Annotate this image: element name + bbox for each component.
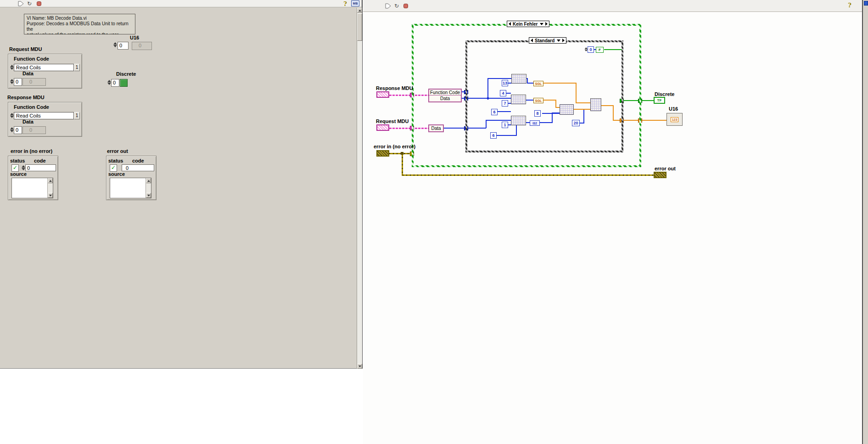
abort-button[interactable] <box>37 1 41 6</box>
unbundle-request-node[interactable]: Data <box>428 124 444 132</box>
constant-6[interactable]: 6 <box>491 109 498 115</box>
scroll-up-button[interactable] <box>357 8 362 13</box>
request-mdu-label: Request MDU <box>9 46 42 52</box>
scroll-down-button[interactable] <box>357 364 362 369</box>
discrete-index-field[interactable]: 0 <box>111 79 119 87</box>
discrete-index-stepper[interactable] <box>107 79 111 85</box>
data-label: Data <box>22 71 34 76</box>
scroll-up-button[interactable] <box>146 178 151 183</box>
front-panel-window: ↻ ? MB VI Name: MB Decode Data.vi Purpos… <box>0 0 363 369</box>
index-array-node[interactable] <box>511 74 526 84</box>
source-field[interactable] <box>11 178 53 198</box>
status-checkbox[interactable]: ✓ <box>11 164 19 172</box>
constant-8[interactable]: 8 <box>534 110 541 117</box>
scrollbar-thumb[interactable] <box>357 13 362 41</box>
request-mdu-terminal-label: Request MDU <box>376 118 409 124</box>
error-out-terminal[interactable] <box>654 172 666 178</box>
unbundle-response-node[interactable]: Function Code Data <box>428 89 462 102</box>
arrow-up-icon <box>49 180 52 182</box>
status-checkbox[interactable]: ✓ <box>110 164 117 172</box>
chevron-down-icon[interactable] <box>540 23 543 25</box>
case-next-icon[interactable] <box>545 22 548 26</box>
response-mdu-terminal[interactable] <box>376 91 389 98</box>
discrete-indicator-label: Discrete <box>655 91 674 97</box>
constant-7[interactable]: 7 <box>502 100 508 107</box>
data-element-field: 0 <box>22 126 46 134</box>
function-code-num-box: 1 <box>74 112 80 119</box>
vi-description-tooltip: VI Name: MB Decode Data.vi Purpose: Deco… <box>24 14 135 34</box>
constant-6[interactable]: 6 <box>490 132 497 139</box>
data-index-field[interactable]: 0 <box>14 126 22 134</box>
to-sgl-node[interactable]: SGL <box>533 98 543 103</box>
panel-vertical-scrollbar[interactable] <box>357 8 362 369</box>
constant-4[interactable]: 4 <box>500 90 506 96</box>
response-mdu-label: Response MDU <box>7 95 45 100</box>
decrement-icon <box>10 130 14 132</box>
constant-0[interactable]: 0 <box>588 46 594 53</box>
decrement-icon <box>113 45 117 47</box>
case-selector-standard[interactable]: Standard <box>529 37 566 44</box>
response-mdu-terminal-label: Response MDU <box>376 85 413 91</box>
constant-13[interactable]: 13 <box>502 80 508 86</box>
block-diagram-window: ↻ ? <box>363 0 862 444</box>
discrete-boolean-element[interactable] <box>120 79 128 87</box>
unbundle-row-data[interactable]: Data <box>429 125 443 131</box>
array-subset-node[interactable] <box>560 104 574 115</box>
data-index-stepper[interactable] <box>10 127 14 133</box>
code-field: 0 <box>122 164 154 171</box>
case-selector-error[interactable]: Kein Fehler <box>507 21 549 27</box>
code-stepper[interactable] <box>21 165 25 171</box>
discrete-indicator[interactable]: TF <box>654 97 665 104</box>
scroll-down-button[interactable] <box>146 193 151 198</box>
data-index-field[interactable]: 0 <box>14 78 22 86</box>
error-in-terminal[interactable] <box>376 150 389 157</box>
u16-indicator[interactable]: 123 <box>666 113 683 126</box>
u16-index-field[interactable]: 0 <box>118 42 129 50</box>
u16-index-stepper[interactable] <box>113 42 117 48</box>
increment-icon <box>107 80 111 82</box>
function-code-stepper[interactable] <box>10 112 14 118</box>
boolean-constant-f[interactable]: F <box>596 47 604 53</box>
chevron-down-icon[interactable] <box>557 39 560 42</box>
decrement-icon <box>10 82 14 84</box>
constant-1[interactable]: 1 <box>502 122 508 128</box>
to-i32-node[interactable]: I32 <box>530 120 540 126</box>
scroll-down-button[interactable] <box>48 193 53 198</box>
increment-icon <box>10 79 14 81</box>
source-scrollbar[interactable] <box>47 178 53 198</box>
case-prev-icon[interactable] <box>509 22 511 26</box>
scroll-up-button[interactable] <box>48 178 53 183</box>
to-sgl-node[interactable]: SGL <box>533 81 543 86</box>
u16-label: U16 <box>130 35 139 40</box>
data-index-stepper[interactable] <box>10 79 14 84</box>
case-next-icon[interactable] <box>562 39 565 42</box>
case-selector-label[interactable]: Standard <box>535 38 554 43</box>
decrement-icon <box>10 116 14 118</box>
case-prev-icon[interactable] <box>531 39 533 42</box>
index-array-node[interactable] <box>511 95 526 104</box>
function-code-label: Function Code <box>14 56 49 62</box>
arrow-down-icon <box>49 195 52 197</box>
function-code-ring[interactable]: Read Coils <box>14 64 74 71</box>
u16-indicator-label: U16 <box>669 106 678 112</box>
case-selector-label[interactable]: Kein Fehler <box>513 22 538 27</box>
unbundle-row-data[interactable]: Data <box>429 96 461 101</box>
u16-element-field: 0 <box>132 42 152 50</box>
numeric-array-icon: 123 <box>671 117 679 122</box>
unbundle-row-function-code[interactable]: Function Code <box>429 90 461 96</box>
request-mdu-terminal[interactable] <box>376 124 389 131</box>
function-code-ring[interactable]: Read Coils <box>14 112 74 119</box>
data-label: Data <box>22 119 34 124</box>
constant-20[interactable]: 20 <box>572 120 580 126</box>
function-code-label: Function Code <box>14 104 49 110</box>
run-arrow-icon <box>18 1 24 6</box>
function-code-stepper[interactable] <box>10 64 14 70</box>
run-continuous-button[interactable]: ↻ <box>26 0 33 7</box>
index-array-node[interactable] <box>511 116 526 125</box>
source-scrollbar[interactable] <box>146 178 151 198</box>
build-array-node[interactable] <box>590 98 601 111</box>
run-button[interactable] <box>17 1 24 6</box>
help-button[interactable]: ? <box>342 0 348 7</box>
code-field[interactable]: 0 <box>25 164 56 171</box>
increment-icon <box>22 165 25 168</box>
